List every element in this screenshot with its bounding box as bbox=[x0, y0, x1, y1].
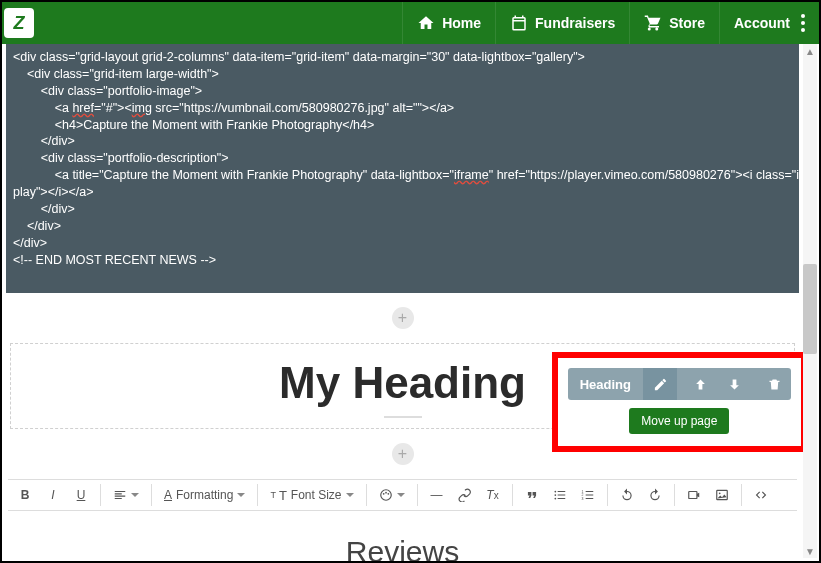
svg-point-3 bbox=[387, 493, 389, 495]
vertical-scrollbar[interactable]: ▲ ▼ bbox=[803, 44, 817, 558]
underline-button[interactable]: U bbox=[68, 482, 94, 508]
align-left-icon bbox=[113, 488, 127, 502]
add-section-button[interactable]: + bbox=[392, 443, 414, 465]
palette-icon bbox=[379, 488, 393, 502]
image-icon bbox=[715, 488, 729, 502]
formatting-dropdown[interactable]: A Formatting bbox=[158, 488, 251, 502]
arrow-down-icon bbox=[727, 377, 742, 392]
nav-fundraisers-label: Fundraisers bbox=[535, 15, 615, 31]
svg-point-0 bbox=[380, 490, 391, 501]
ul-button[interactable] bbox=[547, 482, 573, 508]
move-down-button[interactable] bbox=[717, 368, 751, 400]
add-section-button[interactable]: + bbox=[392, 307, 414, 329]
svg-text:3: 3 bbox=[581, 497, 583, 501]
codeview-button[interactable] bbox=[748, 482, 774, 508]
code-line: <h4>Capture the Moment with Frankie Phot… bbox=[13, 117, 792, 134]
nav-account[interactable]: Account bbox=[719, 2, 819, 44]
float-toolbar-label: Heading bbox=[568, 377, 643, 392]
ol-button[interactable]: 123 bbox=[575, 482, 601, 508]
scroll-down-arrow[interactable]: ▼ bbox=[803, 544, 817, 558]
code-line: <div class="portfolio-description"> bbox=[13, 150, 792, 167]
arrow-up-icon bbox=[693, 377, 708, 392]
code-icon bbox=[754, 488, 768, 502]
svg-point-12 bbox=[718, 493, 720, 495]
svg-rect-10 bbox=[688, 492, 696, 499]
video-icon bbox=[687, 488, 701, 502]
nav-home[interactable]: Home bbox=[402, 2, 495, 44]
heading-floating-toolbar: Heading bbox=[568, 368, 791, 400]
nav-account-label: Account bbox=[734, 15, 790, 31]
code-line: <a href="#"><img src="https://vumbnail.c… bbox=[13, 100, 792, 117]
redo-button[interactable] bbox=[642, 482, 668, 508]
clear-format-button[interactable]: Tx bbox=[480, 482, 506, 508]
formatting-label: Formatting bbox=[176, 488, 233, 502]
italic-button[interactable]: I bbox=[40, 482, 66, 508]
nav-home-label: Home bbox=[442, 15, 481, 31]
list-ol-icon: 123 bbox=[581, 488, 595, 502]
cart-icon bbox=[644, 14, 662, 32]
code-line: <div class="portfolio-image"> bbox=[13, 83, 792, 100]
code-line: play"></i></a> bbox=[13, 184, 792, 201]
quote-icon bbox=[525, 488, 539, 502]
scroll-up-arrow[interactable]: ▲ bbox=[803, 44, 817, 58]
code-line: </div> bbox=[13, 133, 792, 150]
move-up-button[interactable] bbox=[683, 368, 717, 400]
undo-button[interactable] bbox=[614, 482, 640, 508]
code-line: <div class="grid-item large-width"> bbox=[13, 66, 792, 83]
video-button[interactable] bbox=[681, 482, 707, 508]
svg-point-1 bbox=[382, 493, 384, 495]
nav-store[interactable]: Store bbox=[629, 2, 719, 44]
svg-point-2 bbox=[385, 492, 387, 494]
reviews-heading: Reviews bbox=[2, 535, 803, 561]
link-icon bbox=[458, 488, 472, 502]
scrollbar-thumb[interactable] bbox=[803, 264, 817, 354]
editor-toolbar: B I U A Formatting TT Font Size bbox=[8, 479, 797, 511]
align-dropdown[interactable] bbox=[107, 488, 145, 502]
image-button[interactable] bbox=[709, 482, 735, 508]
trash-icon bbox=[767, 377, 782, 392]
pencil-icon bbox=[653, 377, 668, 392]
code-line: <div class="grid-layout grid-2-columns" … bbox=[13, 49, 792, 66]
more-icon bbox=[801, 14, 805, 32]
svg-point-4 bbox=[554, 491, 556, 493]
delete-button[interactable] bbox=[757, 368, 791, 400]
fontsize-dropdown[interactable]: TT Font Size bbox=[264, 488, 359, 503]
nav-fundraisers[interactable]: Fundraisers bbox=[495, 2, 629, 44]
heading-underline bbox=[384, 416, 422, 418]
site-logo[interactable]: Z bbox=[4, 8, 34, 38]
hr-button[interactable]: — bbox=[424, 482, 450, 508]
svg-point-5 bbox=[554, 495, 556, 497]
html-code-block[interactable]: <div class="grid-layout grid-2-columns" … bbox=[6, 44, 799, 293]
bold-button[interactable]: B bbox=[12, 482, 38, 508]
code-line: </div> bbox=[13, 218, 792, 235]
color-dropdown[interactable] bbox=[373, 488, 411, 502]
code-line: <!-- END MOST RECENT NEWS --> bbox=[13, 252, 792, 269]
calendar-icon bbox=[510, 14, 528, 32]
undo-icon bbox=[620, 488, 634, 502]
svg-point-6 bbox=[554, 498, 556, 500]
nav-store-label: Store bbox=[669, 15, 705, 31]
heading-floating-toolbar-highlight: Heading Move up page bbox=[552, 352, 807, 452]
code-line: </div> bbox=[13, 201, 792, 218]
fontsize-label: Font Size bbox=[291, 488, 342, 502]
code-line: <a title="Capture the Moment with Franki… bbox=[13, 167, 792, 184]
link-button[interactable] bbox=[452, 482, 478, 508]
quote-button[interactable] bbox=[519, 482, 545, 508]
list-ul-icon bbox=[553, 488, 567, 502]
redo-icon bbox=[648, 488, 662, 502]
code-line: </div> bbox=[13, 235, 792, 252]
move-up-page-tooltip[interactable]: Move up page bbox=[629, 408, 729, 434]
edit-button[interactable] bbox=[643, 368, 677, 400]
home-icon bbox=[417, 14, 435, 32]
